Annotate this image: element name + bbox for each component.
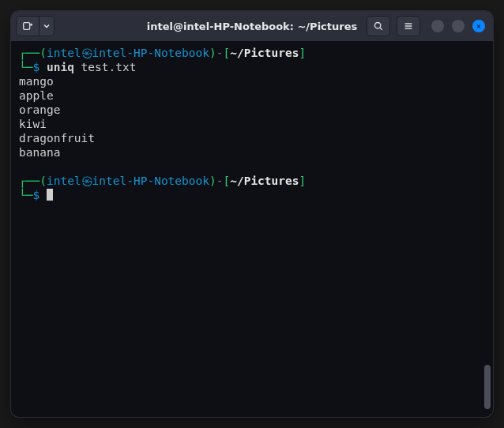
prompt-paren-open: ( xyxy=(39,47,47,59)
minimize-button[interactable] xyxy=(431,20,444,32)
command-arg: test.txt xyxy=(81,61,137,73)
output-line: orange xyxy=(19,103,485,117)
prompt-host: intel-HP-Notebook xyxy=(92,47,209,59)
output-line: mango xyxy=(19,74,485,88)
prompt-skull-icon: ㉿ xyxy=(81,174,92,188)
new-tab-button[interactable] xyxy=(16,16,39,36)
search-button[interactable] xyxy=(367,16,390,36)
chevron-down-icon xyxy=(43,22,51,30)
output-line: apple xyxy=(19,88,485,103)
output-line: dragonfruit xyxy=(19,131,485,145)
prompt-bracket-open: [ xyxy=(223,47,230,59)
prompt-user: intel xyxy=(47,47,81,59)
hamburger-icon xyxy=(403,21,414,32)
window-controls xyxy=(431,20,485,32)
command-name: uniq xyxy=(47,61,74,73)
close-button[interactable] xyxy=(472,20,485,32)
output-line: banana xyxy=(19,145,485,160)
prompt-cwd: ~/Pictures xyxy=(230,47,299,59)
prompt-skull-icon: ㉿ xyxy=(81,46,92,60)
terminal-body[interactable]: ┌──(intel㉿intel-HP-Notebook)-[~/Pictures… xyxy=(11,41,493,417)
cursor xyxy=(47,189,53,201)
prompt-paren-close: ) xyxy=(209,47,216,59)
titlebar-right-controls xyxy=(367,16,488,36)
scrollbar-thumb[interactable] xyxy=(484,365,491,409)
titlebar: intel@intel-HP-Notebook: ~/Pictures xyxy=(11,11,493,41)
search-icon xyxy=(373,21,384,32)
prompt-line-2: └─$ uniq test.txt xyxy=(19,60,485,74)
new-tab-dropdown-button[interactable] xyxy=(39,16,55,36)
hamburger-menu-button[interactable] xyxy=(397,16,420,36)
output-line: kiwi xyxy=(19,117,485,131)
prompt-sigil: $ xyxy=(32,61,39,73)
prompt-corner: ┌── xyxy=(19,47,39,59)
command-output: mangoappleorangekiwidragonfruitbanana xyxy=(19,74,485,160)
prompt2-line-1: ┌──(intel㉿intel-HP-Notebook)-[~/Pictures… xyxy=(19,174,485,188)
maximize-button[interactable] xyxy=(452,20,465,32)
prompt-corner2: └─ xyxy=(19,61,32,73)
prompt-bracket-close: ] xyxy=(299,47,307,59)
titlebar-left-controls xyxy=(16,16,55,36)
svg-point-1 xyxy=(374,22,380,28)
new-tab-icon xyxy=(22,21,33,32)
blank-line xyxy=(19,160,485,174)
terminal-window: intel@intel-HP-Notebook: ~/Pictures xyxy=(11,11,493,417)
prompt2-line-2: └─$ xyxy=(19,188,485,202)
svg-rect-0 xyxy=(24,23,30,30)
prompt-line-1: ┌──(intel㉿intel-HP-Notebook)-[~/Pictures… xyxy=(19,46,485,60)
